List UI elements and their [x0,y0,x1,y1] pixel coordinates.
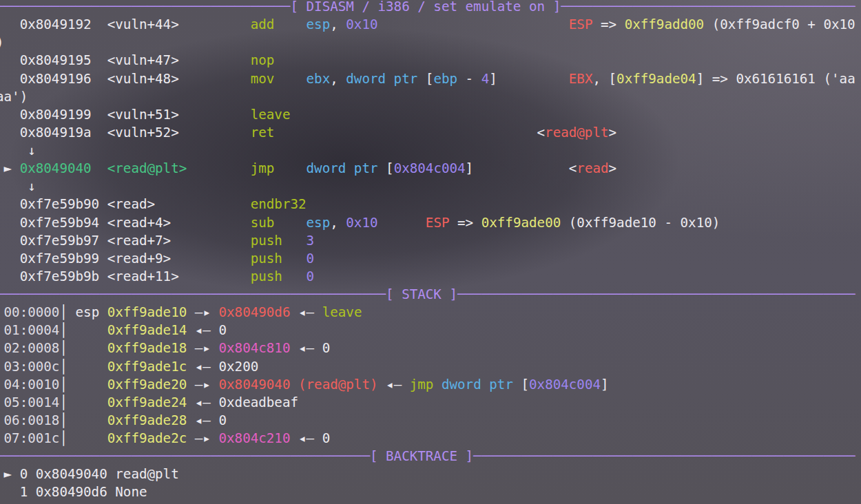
wrap-row: ) [0,34,855,52]
disasm-row: 0x804919a <vuln+52> ret <read@plt> [0,124,855,142]
flow-arrow-row: ↓ [0,178,855,196]
stack-row: 06:0018│ 0xff9ade28 ◂— 0 [0,412,855,430]
backtrace-row: ► 0 0x8049040 read@plt [0,465,855,483]
disasm-row: 0x8049192 <vuln+44> add esp, 0x10 ESP =>… [0,16,855,34]
wrap-row: aa') [0,88,855,106]
stack-row: 04:0010│ 0xff9ade20 —▸ 0x8049040 (read@p… [0,376,855,394]
disasm-row: 0xf7e59b97 <read+7> push 3 [0,232,855,250]
section-header-label: ─────────────────────────────────────[ D… [0,0,855,14]
backtrace-row: 1 0x80490d6 None [0,483,855,501]
section-header-label: ────────────────────────────────────────… [0,448,855,464]
section-header-label: ────────────────────────────────────────… [0,286,855,302]
disasm-row: 0xf7e59b9b <read+11> push 0 [0,268,855,286]
stack-row: 05:0014│ 0xff9ade24 ◂— 0xdeadbeaf [0,394,855,412]
disasm-row: 0xf7e59b90 <read> endbr32 [0,196,855,213]
disasm-row: 0xf7e59b94 <read+4> sub esp, 0x10 ESP =>… [0,214,855,232]
disasm-row: 0x8049195 <vuln+47> nop [0,52,855,70]
stack-row: 02:0008│ 0xff9ade18 —▸ 0x804c810 ◂— 0 [0,339,855,357]
stack-row: 01:0004│ 0xff9ade14 ◂— 0 [0,322,855,339]
disasm-row: 0xf7e59b99 <read+9> push 0 [0,250,855,268]
stack-row: 07:001c│ 0xff9ade2c —▸ 0x804c210 ◂— 0 [0,430,855,448]
disasm-row: 0x8049199 <vuln+51> leave [0,106,855,124]
stack-row: 00:0000│ esp 0xff9ade10 —▸ 0x80490d6 ◂— … [0,304,855,322]
disasm-section-header: ─────────────────────────────────────[ D… [0,0,855,16]
flow-arrow-row: ↓ [0,142,855,160]
stack-row: 03:000c│ 0xff9ade1c ◂— 0x200 [0,358,855,376]
backtrace-section-header: ────────────────────────────────────────… [0,448,855,465]
terminal: ─────────────────────────────────────[ D… [0,0,855,502]
disasm-row: 0x8049196 <vuln+48> mov ebx, dword ptr [… [0,70,855,88]
stack-section-header: ────────────────────────────────────────… [0,286,855,304]
current-disasm-row: ► 0x8049040 <read@plt> jmp dword ptr [0x… [0,160,855,178]
